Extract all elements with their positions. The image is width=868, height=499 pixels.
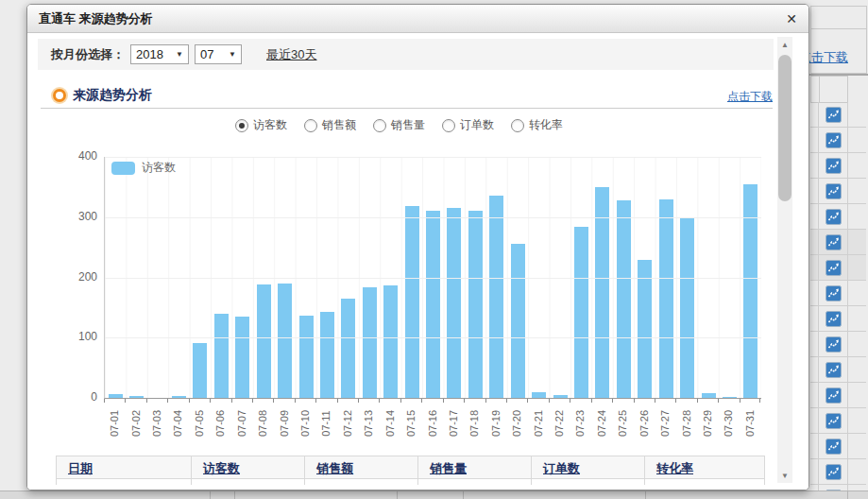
table-row [810, 255, 866, 281]
bar-chart-plot [104, 157, 761, 399]
bar-07-12 [341, 299, 355, 398]
radio-icon[interactable] [373, 119, 386, 132]
x-axis-label: 07-07 [236, 410, 247, 437]
metric-label: 销售量 [391, 117, 425, 133]
background-cell [810, 6, 867, 29]
table-header-2[interactable]: 销售额 [305, 456, 418, 479]
trend-chart-icon[interactable] [818, 102, 848, 127]
table-header-label: 订单数 [543, 461, 580, 475]
trend-chart-icon[interactable] [818, 281, 848, 305]
x-axis-label: 07-19 [490, 410, 502, 437]
table-row [810, 153, 866, 179]
table-row [810, 306, 866, 332]
legend-swatch [111, 162, 135, 175]
table-header-label: 销售量 [430, 461, 467, 475]
background-icon-rows [810, 102, 866, 499]
table-header-1[interactable]: 访客数 [192, 456, 305, 479]
metric-radio-2[interactable]: 销售量 [373, 117, 425, 133]
trend-chart-icon[interactable] [818, 230, 848, 254]
x-axis-label: 07-15 [405, 410, 417, 437]
bar-07-30 [723, 397, 737, 398]
radio-icon[interactable] [304, 119, 317, 132]
x-axis-label: 07-03 [151, 410, 162, 437]
table-header-4[interactable]: 订单数 [532, 456, 645, 479]
scroll-down-icon[interactable]: ▼ [777, 468, 792, 483]
table-row [810, 383, 866, 408]
radio-icon[interactable] [235, 119, 248, 132]
x-axis-label: 07-25 [617, 410, 628, 437]
download-link[interactable]: 点击下载 [727, 89, 773, 105]
trend-chart-icon[interactable] [818, 383, 848, 407]
divider [41, 108, 773, 109]
recent-30-days-link[interactable]: 最近30天 [266, 46, 316, 63]
table-header-3[interactable]: 销售量 [418, 456, 532, 479]
trend-chart-icon[interactable] [818, 153, 848, 178]
year-select[interactable]: 2018 ▼ [130, 44, 189, 64]
metric-radio-0[interactable]: 访客数 [235, 117, 287, 133]
trend-chart-icon[interactable] [818, 128, 848, 152]
trend-chart-icon[interactable] [818, 332, 848, 356]
month-select[interactable]: 07 ▼ [195, 44, 242, 64]
metric-radio-1[interactable]: 销售额 [304, 117, 356, 133]
bar-07-24 [595, 187, 609, 398]
trend-chart-icon[interactable] [818, 357, 848, 382]
x-axis-label: 07-22 [553, 410, 565, 437]
background-bottom-row [0, 490, 868, 499]
bar-07-22 [553, 395, 568, 398]
trend-chart-icon[interactable] [818, 179, 848, 203]
x-axis-label: 07-16 [427, 410, 438, 437]
table-header-5[interactable]: 转化率 [645, 456, 765, 479]
x-axis-label: 07-17 [448, 410, 459, 437]
y-tick-label: 400 [65, 149, 97, 163]
bar-07-27 [659, 199, 673, 398]
x-axis-label: 07-24 [596, 410, 607, 437]
table-row [810, 459, 866, 485]
metric-radio-3[interactable]: 订单数 [442, 117, 494, 133]
trend-chart-icon[interactable] [818, 255, 848, 280]
scrollbar-thumb[interactable] [778, 55, 791, 201]
bar-07-01 [109, 394, 123, 398]
dialog-scrollbar[interactable]: ▲ ▼ [777, 37, 792, 483]
data-table: 日期访客数销售额销售量订单数转化率 [56, 456, 765, 485]
radio-icon[interactable] [442, 119, 455, 132]
x-axis-label: 07-20 [511, 410, 522, 437]
scroll-up-icon[interactable]: ▲ [777, 37, 792, 52]
bar-07-16 [426, 211, 440, 398]
bar-07-02 [129, 396, 144, 398]
x-axis-label: 07-21 [533, 410, 544, 437]
table-header-0[interactable]: 日期 [56, 456, 192, 479]
section-title: 来源趋势分析 [73, 87, 152, 104]
bar-07-13 [363, 287, 377, 398]
y-tick-label: 300 [65, 210, 97, 223]
radio-icon[interactable] [511, 119, 524, 132]
bar-07-18 [468, 211, 483, 398]
background-table-panel: 点击下载 [808, 0, 868, 499]
dialog-body: 按月份选择： 2018 ▼ 07 ▼ 最近30天 来源趋势分析 点击下载 访客数… [27, 33, 808, 490]
bar-07-23 [574, 227, 588, 398]
table-row [810, 281, 866, 306]
trend-chart-icon[interactable] [818, 306, 848, 331]
bar-07-21 [532, 392, 546, 398]
x-axis-label: 07-18 [468, 410, 480, 437]
close-icon[interactable]: ✕ [786, 12, 797, 26]
trend-chart-icon[interactable] [818, 408, 848, 433]
x-axis-label: 07-01 [109, 410, 120, 437]
x-axis-label: 07-29 [702, 410, 713, 437]
bar-07-07 [235, 317, 249, 398]
x-axis-label: 07-14 [384, 410, 396, 437]
table-row [56, 479, 765, 485]
bar-07-15 [405, 206, 419, 398]
table-row [810, 408, 866, 434]
y-tick-label: 100 [65, 330, 97, 343]
trend-chart-icon[interactable] [818, 459, 848, 484]
chevron-down-icon: ▼ [229, 50, 236, 59]
metric-label: 转化率 [529, 117, 563, 133]
orange-ring-icon [53, 89, 66, 102]
trend-chart-icon[interactable] [818, 434, 848, 458]
trend-analysis-dialog: 直通车 来源趋势分析 ✕ 按月份选择： 2018 ▼ 07 ▼ 最近30天 来源… [26, 4, 809, 490]
trend-chart-icon[interactable] [818, 204, 848, 229]
bar-07-06 [214, 314, 229, 398]
x-axis-labels: 07-0107-0207-0307-0407-0507-0607-0707-08… [104, 399, 760, 448]
metric-radio-4[interactable]: 转化率 [511, 117, 563, 133]
x-axis-label: 07-11 [320, 410, 332, 436]
